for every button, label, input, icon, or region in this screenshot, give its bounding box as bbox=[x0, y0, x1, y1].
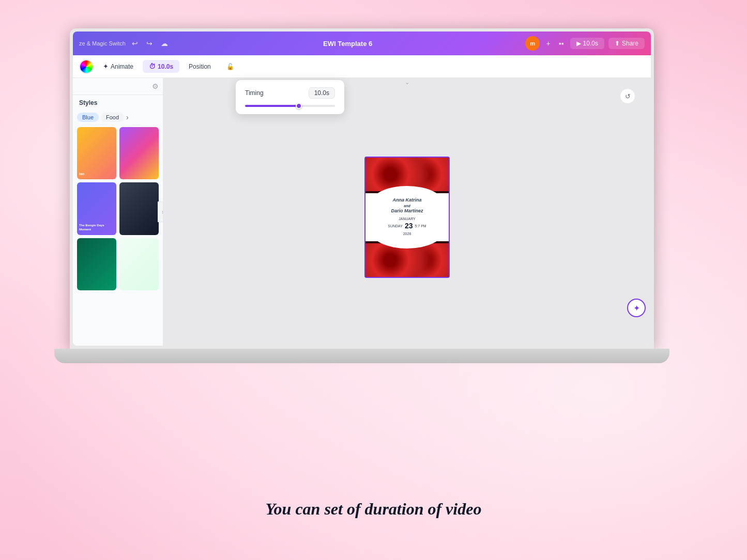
animate-tab[interactable]: ✦ Animate bbox=[97, 60, 140, 73]
toolbar: ✦ Animate ⏱ 10.0s Position 🔓 bbox=[73, 55, 651, 78]
laptop-container: ze & Magic Switch ↩ ↪ ☁ EWI Template 6 m… bbox=[70, 28, 662, 364]
user-avatar[interactable]: m bbox=[525, 36, 540, 51]
screen-content: ze & Magic Switch ↩ ↪ ☁ EWI Template 6 m… bbox=[73, 32, 651, 346]
card-content: Anna Katrina and Dario Martinez JANUARY … bbox=[370, 186, 445, 248]
bride-name: Anna Katrina and Dario Martinez bbox=[391, 197, 423, 214]
share-button[interactable]: ⬆ Share bbox=[608, 38, 645, 49]
animate-icon: ✦ bbox=[103, 63, 109, 70]
add-button[interactable]: + bbox=[544, 37, 552, 50]
document-title: EWI Template 6 bbox=[323, 40, 372, 48]
wedding-card: Anna Katrina and Dario Martinez JANUARY … bbox=[364, 157, 450, 278]
color-picker-button[interactable] bbox=[79, 59, 94, 74]
timing-slider-thumb[interactable] bbox=[296, 103, 302, 109]
styles-header: Styles bbox=[73, 95, 163, 111]
canvas-area: Timing 10.0s ↺ bbox=[163, 78, 651, 346]
timing-value: 10.0s bbox=[309, 87, 335, 99]
laptop-screen: ze & Magic Switch ↩ ↪ ☁ EWI Template 6 m… bbox=[70, 28, 654, 349]
lock-tab[interactable]: 🔓 bbox=[220, 60, 240, 73]
magic-button[interactable]: ✦ bbox=[627, 299, 646, 317]
sidebar-collapse-button[interactable]: › bbox=[158, 201, 163, 222]
redo-button[interactable]: ↪ bbox=[144, 37, 155, 50]
main-content: ⚙ Styles Blue Food › ian The B bbox=[73, 78, 651, 346]
template-thumb-1[interactable]: ian bbox=[77, 127, 116, 179]
filter-blue[interactable]: Blue bbox=[77, 113, 99, 122]
filter-food[interactable]: Food bbox=[101, 113, 124, 122]
card-background: Anna Katrina and Dario Martinez JANUARY … bbox=[365, 158, 449, 277]
template-thumb-3[interactable]: The Boogie DaysMoment bbox=[77, 182, 116, 235]
template-thumb-5[interactable] bbox=[77, 238, 116, 290]
filter-row: Blue Food › bbox=[73, 111, 163, 124]
laptop-base bbox=[54, 349, 669, 363]
timing-popup: Timing 10.0s bbox=[236, 80, 344, 114]
template-thumb-2[interactable] bbox=[119, 127, 159, 179]
filter-more-button[interactable]: › bbox=[126, 113, 129, 121]
sidebar: ⚙ Styles Blue Food › ian The B bbox=[73, 78, 163, 346]
topbar: ze & Magic Switch ↩ ↪ ☁ EWI Template 6 m… bbox=[73, 32, 651, 55]
position-tab[interactable]: Position bbox=[182, 60, 217, 73]
wedding-date: JANUARY SUNDAY 23 5:7 PM 2026 bbox=[388, 216, 426, 237]
template-grid: ian The Boogie DaysMoment bbox=[73, 124, 163, 293]
stats-button[interactable]: ▪▪ bbox=[557, 37, 566, 50]
play-duration-button[interactable]: ▶ 10.0s bbox=[570, 38, 604, 49]
scroll-indicator: ⌄ bbox=[405, 79, 409, 86]
clock-icon: ⏱ bbox=[149, 63, 156, 70]
timing-tab[interactable]: ⏱ 10.0s bbox=[143, 60, 179, 73]
timing-row: Timing 10.0s bbox=[245, 87, 335, 99]
settings-icon[interactable]: ⚙ bbox=[152, 82, 159, 90]
timing-slider[interactable] bbox=[245, 105, 335, 107]
magic-switch-label: ze & Magic Switch bbox=[79, 40, 126, 46]
template-thumb-6[interactable] bbox=[119, 238, 159, 290]
template-thumb-4[interactable] bbox=[119, 182, 159, 235]
undo-button[interactable]: ↩ bbox=[130, 37, 140, 50]
timing-label: Timing bbox=[245, 89, 264, 97]
caption-text: You can set of duration of video bbox=[0, 500, 747, 519]
sidebar-search-row: ⚙ bbox=[73, 78, 163, 95]
refresh-button[interactable]: ↺ bbox=[620, 88, 635, 104]
cloud-button[interactable]: ☁ bbox=[159, 37, 170, 50]
